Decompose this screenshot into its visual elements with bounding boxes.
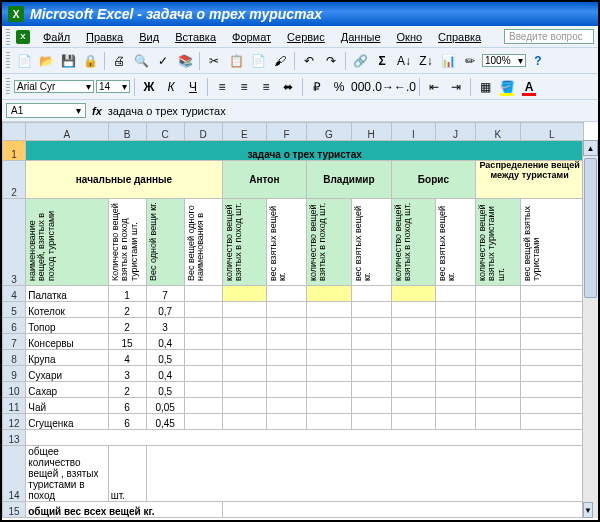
- fill-color-button[interactable]: 🪣: [497, 77, 517, 97]
- cell[interactable]: [351, 318, 391, 334]
- cell[interactable]: [267, 382, 307, 398]
- row-1[interactable]: 1 задача о трех туристах: [3, 141, 584, 161]
- table-row[interactable]: 9Сухари30,4: [3, 366, 584, 382]
- cell[interactable]: [520, 350, 583, 366]
- cell[interactable]: [222, 382, 266, 398]
- decrease-indent-button[interactable]: ⇤: [424, 77, 444, 97]
- align-center-button[interactable]: ≡: [234, 77, 254, 97]
- cell-wt[interactable]: 7: [146, 286, 184, 302]
- cell-qty[interactable]: 4: [108, 350, 146, 366]
- row-header[interactable]: 10: [3, 382, 26, 398]
- cell[interactable]: [184, 286, 222, 302]
- menu-window[interactable]: Окно: [390, 29, 430, 45]
- menu-format[interactable]: Формат: [225, 29, 278, 45]
- print-button[interactable]: 🖨: [109, 51, 129, 71]
- hdr-a-wt[interactable]: вес взятых вещей кг.: [267, 199, 307, 286]
- table-row[interactable]: 7Консервы150,4: [3, 334, 584, 350]
- cell[interactable]: [307, 334, 351, 350]
- section-boris[interactable]: Борис: [391, 161, 476, 199]
- cell[interactable]: [520, 334, 583, 350]
- cell[interactable]: [351, 398, 391, 414]
- cell[interactable]: [184, 366, 222, 382]
- cell[interactable]: [476, 286, 520, 302]
- cell[interactable]: [476, 366, 520, 382]
- col-K[interactable]: K: [476, 123, 520, 141]
- cell-per-tourist[interactable]: каждый турист должен нести вес в своем р…: [26, 518, 222, 519]
- cell[interactable]: [26, 430, 584, 446]
- hdr-qty[interactable]: Количество вещей взятых в поход туристам…: [108, 199, 146, 286]
- menu-data[interactable]: Данные: [334, 29, 388, 45]
- scroll-down-button[interactable]: ▼: [583, 502, 593, 518]
- cell[interactable]: [222, 318, 266, 334]
- title-cell[interactable]: задача о трех туристах: [26, 141, 584, 161]
- hdr-totwt[interactable]: Вес вещей одного наименования в: [184, 199, 222, 286]
- cell[interactable]: [391, 398, 435, 414]
- row-header[interactable]: 6: [3, 318, 26, 334]
- cell[interactable]: [391, 318, 435, 334]
- cell-name[interactable]: Котелок: [26, 302, 108, 318]
- sort-asc-button[interactable]: A↓: [394, 51, 414, 71]
- cell[interactable]: [520, 366, 583, 382]
- cell[interactable]: [267, 318, 307, 334]
- cut-button[interactable]: ✂: [204, 51, 224, 71]
- cell[interactable]: [391, 302, 435, 318]
- cell[interactable]: [307, 318, 351, 334]
- cell-name[interactable]: Крупа: [26, 350, 108, 366]
- col-A[interactable]: A: [26, 123, 108, 141]
- menu-edit[interactable]: Правка: [79, 29, 130, 45]
- cell[interactable]: [184, 334, 222, 350]
- cell-name[interactable]: Сгущенка: [26, 414, 108, 430]
- cell-qty[interactable]: 2: [108, 382, 146, 398]
- cell[interactable]: [436, 318, 476, 334]
- col-I[interactable]: I: [391, 123, 435, 141]
- cell-name[interactable]: Сахар: [26, 382, 108, 398]
- hdr-wt[interactable]: Вес одной вещи кг.: [146, 199, 184, 286]
- cell-qty[interactable]: 15: [108, 334, 146, 350]
- cell[interactable]: [184, 302, 222, 318]
- cell[interactable]: [307, 366, 351, 382]
- section-distribution[interactable]: Распределение вещей между туристами: [476, 161, 584, 199]
- hdr-d-qty[interactable]: количество вещей взятых туристами шт.: [476, 199, 520, 286]
- cell-wt[interactable]: 3: [146, 318, 184, 334]
- grip-icon[interactable]: [6, 78, 10, 96]
- row-header[interactable]: 9: [3, 366, 26, 382]
- row-header[interactable]: 2: [3, 161, 26, 199]
- zoom-dropdown[interactable]: 100%▾: [482, 54, 526, 67]
- cell-unit[interactable]: шт.: [108, 446, 146, 502]
- comma-button[interactable]: 000: [351, 77, 371, 97]
- bold-button[interactable]: Ж: [139, 77, 159, 97]
- row-header[interactable]: 14: [3, 446, 26, 502]
- cell[interactable]: [391, 366, 435, 382]
- row-13[interactable]: 13: [3, 430, 584, 446]
- cell-qty[interactable]: 1: [108, 286, 146, 302]
- cell[interactable]: [184, 414, 222, 430]
- cell-qty[interactable]: 6: [108, 398, 146, 414]
- align-left-button[interactable]: ≡: [212, 77, 232, 97]
- menu-view[interactable]: Вид: [132, 29, 166, 45]
- col-H[interactable]: H: [351, 123, 391, 141]
- scroll-up-button[interactable]: ▲: [583, 140, 598, 156]
- cell[interactable]: [184, 382, 222, 398]
- undo-button[interactable]: ↶: [299, 51, 319, 71]
- col-C[interactable]: C: [146, 123, 184, 141]
- row-2[interactable]: 2 начальные данные Антон Владимир Борис …: [3, 161, 584, 199]
- row-header[interactable]: 12: [3, 414, 26, 430]
- row-header[interactable]: 1: [3, 141, 26, 161]
- cell[interactable]: [436, 302, 476, 318]
- cell[interactable]: [351, 382, 391, 398]
- cell-wt[interactable]: 0,45: [146, 414, 184, 430]
- increase-decimal-button[interactable]: .0→: [373, 77, 393, 97]
- section-anton[interactable]: Антон: [222, 161, 307, 199]
- cell-qty[interactable]: 3: [108, 366, 146, 382]
- hdr-d-wt[interactable]: вес вещей взятых туристами: [520, 199, 583, 286]
- hdr-name[interactable]: наименование вещей, взятых в поход турис…: [26, 199, 108, 286]
- table-row[interactable]: 6Топор23: [3, 318, 584, 334]
- row-header[interactable]: 4: [3, 286, 26, 302]
- cell[interactable]: [307, 382, 351, 398]
- cell[interactable]: [267, 302, 307, 318]
- cell-name[interactable]: Чай: [26, 398, 108, 414]
- cell[interactable]: [222, 502, 583, 518]
- borders-button[interactable]: ▦: [475, 77, 495, 97]
- menu-tools[interactable]: Сервис: [280, 29, 332, 45]
- cell-wt[interactable]: 0,5: [146, 382, 184, 398]
